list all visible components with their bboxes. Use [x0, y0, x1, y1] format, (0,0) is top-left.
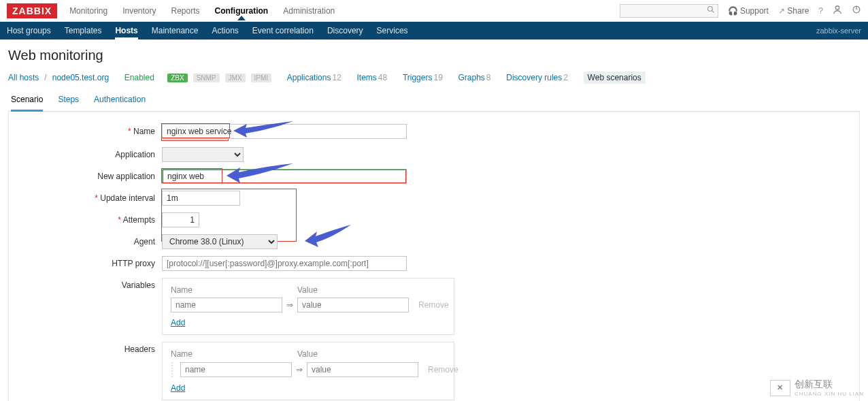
page-title: Web monitoring	[8, 48, 860, 63]
svg-point-0	[707, 7, 712, 12]
hostnav-applications[interactable]: Applications	[287, 73, 331, 82]
headers-box: Name Value ⇒ Remove Add	[162, 342, 454, 400]
subnav-discovery[interactable]: Discovery	[327, 22, 363, 39]
name-label: Name	[22, 124, 162, 136]
new-application-label: New application	[22, 169, 162, 181]
tab-authentication[interactable]: Authentication	[94, 91, 146, 111]
variable-name-field[interactable]	[171, 298, 282, 312]
topmenu-monitoring[interactable]: Monitoring	[69, 6, 107, 16]
tabs: Scenario Steps Authentication	[8, 91, 860, 112]
enabled-label: Enabled	[124, 73, 154, 82]
subnav-host-groups[interactable]: Host groups	[7, 22, 51, 39]
share-link[interactable]: ↗ Share	[778, 6, 809, 16]
search-input[interactable]	[620, 4, 718, 18]
agent-select[interactable]: Chrome 38.0 (Linux)	[162, 234, 278, 249]
update-interval-label: Update interval	[22, 191, 162, 203]
header-name-field[interactable]	[180, 362, 292, 377]
power-icon[interactable]	[852, 5, 861, 16]
badge-jmx: JMX	[225, 74, 246, 82]
topmenu-inventory[interactable]: Inventory	[122, 6, 156, 16]
host-link[interactable]: node05.test.org	[52, 73, 109, 82]
server-name: zabbix-server	[816, 27, 861, 35]
attempts-label: Attempts	[22, 212, 162, 225]
agent-label: Agent	[22, 234, 162, 246]
support-link[interactable]: 🎧 Support	[728, 6, 769, 16]
hostnav-web-scenarios[interactable]: Web scenarios	[584, 71, 646, 84]
badge-zbx: ZBX	[167, 74, 187, 82]
col-name: Name	[171, 285, 297, 295]
application-select[interactable]	[162, 147, 244, 162]
topmenu-reports[interactable]: Reports	[171, 6, 200, 16]
headers-label: Headers	[22, 342, 162, 354]
variable-remove[interactable]: Remove	[418, 300, 449, 310]
update-interval-field[interactable]	[162, 191, 240, 206]
variable-add[interactable]: Add	[171, 318, 185, 327]
topmenu-configuration[interactable]: Configuration	[215, 6, 269, 16]
header-value-field[interactable]	[307, 362, 418, 377]
headset-icon: 🎧	[728, 6, 738, 16]
share-icon: ↗	[778, 6, 785, 16]
watermark: ✕ 创新互联 CHUANG XIN HU LIAN	[770, 379, 864, 397]
hostnav-graphs[interactable]: Graphs	[458, 73, 485, 82]
hostnav-discovery[interactable]: Discovery rules	[506, 73, 562, 82]
top-menu: Monitoring Inventory Reports Configurati…	[69, 6, 350, 16]
http-proxy-field[interactable]	[162, 256, 407, 271]
subnav-hosts[interactable]: Hosts	[115, 22, 137, 39]
new-application-field[interactable]	[162, 169, 407, 184]
user-icon[interactable]	[833, 5, 842, 16]
subnav-actions[interactable]: Actions	[212, 22, 238, 39]
badge-snmp: SNMP	[193, 74, 220, 82]
subnav-templates[interactable]: Templates	[65, 22, 102, 39]
subnav-maintenance[interactable]: Maintenance	[152, 22, 199, 39]
badge-ipmi: IPMI	[251, 74, 272, 82]
host-nav: All hosts / node05.test.org Enabled ZBXS…	[8, 71, 860, 84]
variables-label: Variables	[22, 278, 162, 290]
watermark-icon: ✕	[770, 380, 790, 396]
subnav-event-correlation[interactable]: Event correlation	[252, 22, 314, 39]
all-hosts-link[interactable]: All hosts	[8, 73, 39, 82]
tab-steps[interactable]: Steps	[58, 91, 79, 111]
hostnav-triggers[interactable]: Triggers	[403, 73, 433, 82]
arrow-icon: ⇒	[286, 300, 293, 310]
header-remove[interactable]: Remove	[428, 365, 458, 374]
col-value: Value	[297, 285, 318, 295]
topmenu-administration[interactable]: Administration	[283, 6, 335, 16]
logo: ZABBIX	[7, 3, 57, 18]
drag-handle-icon[interactable]	[171, 362, 173, 378]
col-name: Name	[171, 349, 297, 359]
col-value: Value	[297, 349, 318, 359]
variable-value-field[interactable]	[297, 298, 409, 312]
subnav-services[interactable]: Services	[377, 22, 408, 39]
hostnav-items[interactable]: Items	[357, 73, 377, 82]
svg-point-2	[835, 6, 839, 10]
subnav: Host groups Templates Hosts Maintenance …	[7, 22, 422, 39]
http-proxy-label: HTTP proxy	[22, 256, 162, 268]
arrow-icon: ⇒	[296, 365, 303, 374]
help-icon[interactable]: ?	[818, 6, 823, 16]
annotation-arrow-icon	[305, 225, 352, 248]
application-label: Application	[22, 147, 162, 159]
svg-line-1	[712, 11, 714, 13]
attempts-field[interactable]	[162, 212, 199, 227]
search-icon	[707, 5, 715, 16]
variables-box: Name Value ⇒ Remove Add	[162, 278, 454, 335]
tab-scenario[interactable]: Scenario	[11, 91, 43, 112]
header-add[interactable]: Add	[171, 383, 185, 393]
name-field[interactable]	[162, 124, 407, 139]
